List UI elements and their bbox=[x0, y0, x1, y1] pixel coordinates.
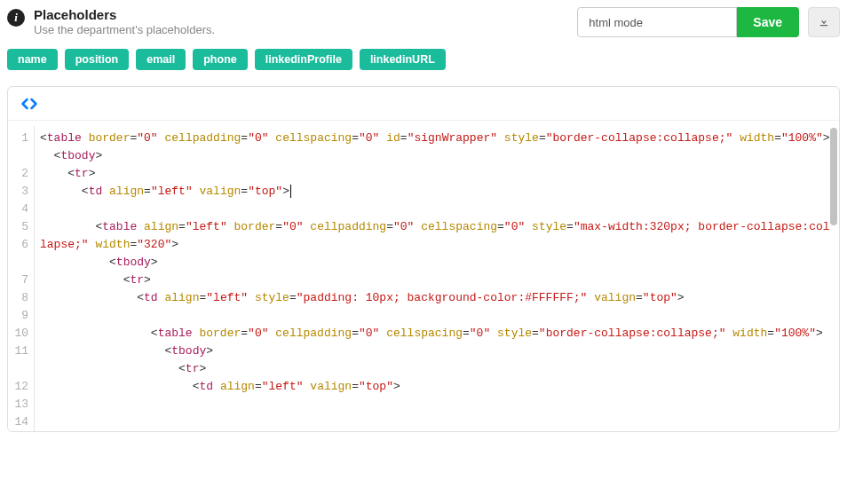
placeholder-tag-linkedinProfile[interactable]: linkedinProfile bbox=[255, 49, 352, 70]
code-content[interactable]: <table border="0" cellpadding="0" cellsp… bbox=[35, 126, 839, 431]
header-left: i Placeholders Use the department's plac… bbox=[7, 7, 215, 38]
header: i Placeholders Use the department's plac… bbox=[7, 7, 840, 38]
header-actions: Save bbox=[577, 7, 840, 37]
save-button[interactable]: Save bbox=[737, 7, 799, 37]
editor-body[interactable]: 1234567891011121314 <table border="0" ce… bbox=[8, 120, 839, 431]
line-number: 5 bbox=[8, 218, 28, 236]
line-number: 11 bbox=[8, 343, 28, 378]
code-line: <td align="left" style="padding: 10px; b… bbox=[40, 289, 834, 307]
line-number: 7 bbox=[8, 272, 28, 289]
line-number-gutter: 1234567891011121314 bbox=[8, 126, 35, 431]
code-line: <tr> bbox=[40, 272, 834, 289]
placeholder-tags: namepositionemailphonelinkedinProfilelin… bbox=[7, 49, 840, 70]
placeholder-tag-linkedinURL[interactable]: linkedinURL bbox=[360, 49, 446, 70]
line-number: 13 bbox=[8, 396, 28, 413]
line-number: 4 bbox=[8, 201, 28, 218]
line-number: 6 bbox=[8, 236, 28, 272]
line-number: 14 bbox=[8, 413, 28, 431]
line-number: 1 bbox=[8, 130, 28, 165]
code-icon bbox=[20, 96, 38, 114]
title-block: Placeholders Use the department's placeh… bbox=[34, 7, 215, 38]
info-icon: i bbox=[7, 9, 25, 27]
code-toggle-button[interactable] bbox=[20, 96, 38, 114]
code-line: <tbody> bbox=[40, 343, 834, 360]
line-number: 3 bbox=[8, 183, 28, 201]
code-line: <table border="0" cellpadding="0" cellsp… bbox=[40, 130, 834, 147]
line-number: 10 bbox=[8, 325, 28, 343]
code-line: <td align="left" valign="top"> bbox=[40, 183, 834, 201]
placeholder-tag-email[interactable]: email bbox=[136, 49, 186, 70]
code-line: <tr> bbox=[40, 165, 834, 183]
page-title: Placeholders bbox=[34, 7, 215, 23]
code-line bbox=[40, 307, 834, 325]
code-line: <tr> bbox=[40, 360, 834, 378]
download-button[interactable] bbox=[808, 7, 840, 37]
code-line: <td align="left" valign="top"> bbox=[40, 378, 834, 396]
placeholder-tag-name[interactable]: name bbox=[7, 49, 58, 70]
placeholder-tag-phone[interactable]: phone bbox=[193, 49, 248, 70]
page-subtitle: Use the department's placeholders. bbox=[34, 23, 215, 38]
line-number: 8 bbox=[8, 289, 28, 307]
code-line: <table border="0" cellpadding="0" cellsp… bbox=[40, 325, 834, 343]
code-line: <tbody> bbox=[40, 147, 834, 165]
editor-toolbar bbox=[8, 87, 839, 120]
code-line: <tbody> bbox=[40, 254, 834, 272]
download-icon bbox=[818, 15, 830, 30]
code-line: <table align="left" border="0" cellpaddi… bbox=[40, 218, 834, 254]
code-line bbox=[40, 201, 834, 218]
line-number: 2 bbox=[8, 165, 28, 183]
line-number: 12 bbox=[8, 378, 28, 396]
line-number: 9 bbox=[8, 307, 28, 325]
mode-input[interactable] bbox=[577, 7, 737, 37]
scrollbar-thumb[interactable] bbox=[830, 128, 837, 225]
code-editor: 1234567891011121314 <table border="0" ce… bbox=[7, 86, 840, 432]
placeholder-tag-position[interactable]: position bbox=[65, 49, 130, 70]
